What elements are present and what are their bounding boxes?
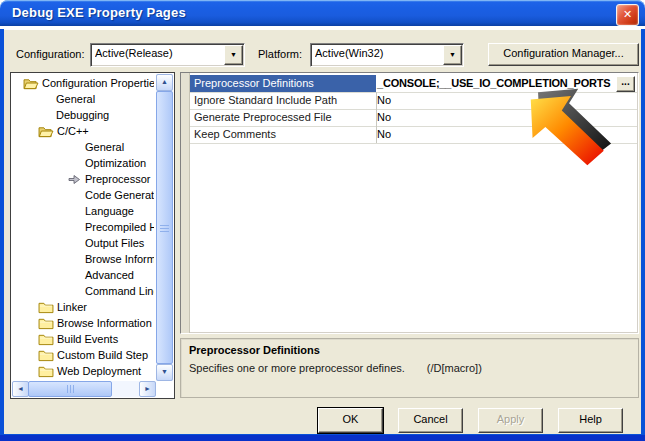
help-button[interactable]: Help (558, 408, 623, 433)
grid-row-keep-comments[interactable]: Keep Comments No (190, 126, 637, 144)
chevron-down-icon[interactable]: ▼ (443, 45, 462, 65)
folder-closed-icon (38, 317, 54, 330)
description-text: Specifies one or more preprocessor defin… (189, 362, 630, 374)
tree-item-browse-information-folder[interactable]: Browse Information (12, 315, 154, 331)
tree-item-custom-build-step[interactable]: Custom Build Step (12, 347, 154, 363)
property-value[interactable]: No (373, 126, 637, 143)
tree-item-web-deployment[interactable]: Web Deployment (12, 363, 154, 379)
grid-row-generate-preprocessed-file[interactable]: Generate Preprocessed File No (190, 109, 637, 127)
tree-item-configuration-properties[interactable]: Configuration Propertie (12, 75, 154, 91)
thumb-grip (70, 385, 71, 393)
folder-closed-icon (38, 333, 54, 346)
compiler-flag: (/D[macro]) (427, 362, 482, 374)
tree-item-general[interactable]: General (12, 91, 154, 107)
property-name[interactable]: Keep Comments (190, 126, 377, 143)
tree-item-optimization[interactable]: Optimization (12, 155, 154, 171)
window-border (0, 29, 4, 441)
platform-value: Active(Win32) (315, 47, 443, 59)
platform-label: Platform: (258, 48, 302, 60)
tree-horizontal-scrollbar[interactable]: ◄ ► (12, 381, 156, 397)
tree-item-command-line[interactable]: Command Line (12, 283, 154, 299)
grid-row-ignore-standard-include-path[interactable]: Ignore Standard Include Path No (190, 92, 637, 110)
scrollbar-thumb[interactable] (28, 381, 112, 397)
tree-item-build-events[interactable]: Build Events (12, 331, 154, 347)
configuration-manager-button[interactable]: Configuration Manager... (488, 43, 639, 66)
tree-item-language[interactable]: Language (12, 203, 154, 219)
chevron-down-icon[interactable]: ▼ (224, 45, 243, 65)
property-value[interactable]: No (373, 92, 637, 109)
tree-rows: Configuration Propertie General Debuggin… (12, 75, 154, 380)
scroll-up-icon[interactable]: ▲ (156, 74, 173, 91)
configuration-select[interactable]: Active(Release) ▼ (90, 43, 245, 67)
configuration-value: Active(Release) (95, 47, 224, 59)
tree-item-advanced[interactable]: Advanced (12, 267, 154, 283)
property-name[interactable]: Preprocessor Definitions (190, 75, 377, 92)
property-grid: Preprocessor Definitions _CONSOLE;__USE_… (180, 72, 639, 334)
description-title: Preprocessor Definitions (189, 344, 320, 356)
folder-closed-icon (38, 301, 54, 314)
ellipsis-button[interactable]: ... (616, 76, 635, 92)
window-border (641, 29, 645, 441)
close-icon[interactable]: ✕ (616, 4, 639, 26)
property-value[interactable]: _CONSOLE;__USE_IO_COMPLETION_PORTS (373, 75, 637, 92)
folder-closed-icon (38, 365, 54, 378)
tree-item-preprocessor[interactable]: Preprocessor (12, 171, 154, 187)
scroll-right-icon[interactable]: ► (139, 381, 156, 397)
folder-closed-icon (38, 349, 54, 362)
property-name[interactable]: Generate Preprocessed File (190, 109, 377, 126)
thumb-grip (160, 228, 169, 229)
grid-margin-strip (181, 73, 190, 333)
scroll-left-icon[interactable]: ◄ (12, 381, 29, 397)
titlebar[interactable]: Debug EXE Property Pages ✕ (0, 0, 645, 26)
window-title: Debug EXE Property Pages (12, 5, 186, 20)
platform-select[interactable]: Active(Win32) ▼ (310, 43, 464, 67)
description-panel: Preprocessor Definitions Specifies one o… (180, 338, 639, 398)
scrollbar-thumb[interactable] (156, 91, 173, 364)
tree-item-browse-information[interactable]: Browse Informa (12, 251, 154, 267)
configuration-label: Configuration: (16, 48, 85, 60)
tree-item-c-cpp[interactable]: C/C++ (12, 123, 154, 139)
property-pages-dialog: Debug EXE Property Pages ✕ Configuration… (0, 0, 645, 441)
grid-row-preprocessor-definitions[interactable]: Preprocessor Definitions _CONSOLE;__USE_… (190, 75, 637, 93)
window-border (0, 434, 645, 441)
ok-button[interactable]: OK (318, 408, 383, 433)
scroll-down-icon[interactable]: ▼ (156, 364, 173, 381)
tree-item-code-generation[interactable]: Code Generatio (12, 187, 154, 203)
tree-item-debugging[interactable]: Debugging (12, 107, 154, 123)
tree-item-output-files[interactable]: Output Files (12, 235, 154, 251)
page-tree: Configuration Propertie General Debuggin… (10, 72, 175, 399)
tree-item-precompiled-headers[interactable]: Precompiled He (12, 219, 154, 235)
property-name[interactable]: Ignore Standard Include Path (190, 92, 377, 109)
tree-item-linker[interactable]: Linker (12, 299, 154, 315)
property-value[interactable]: No (373, 109, 637, 126)
tree-vertical-scrollbar[interactable]: ▲ ▼ (156, 74, 173, 381)
current-page-arrow-icon (68, 174, 81, 185)
folder-open-icon (23, 77, 39, 90)
cancel-button[interactable]: Cancel (398, 408, 463, 433)
tree-item-cpp-general[interactable]: General (12, 139, 154, 155)
apply-button: Apply (478, 408, 543, 433)
folder-open-icon (38, 125, 54, 138)
